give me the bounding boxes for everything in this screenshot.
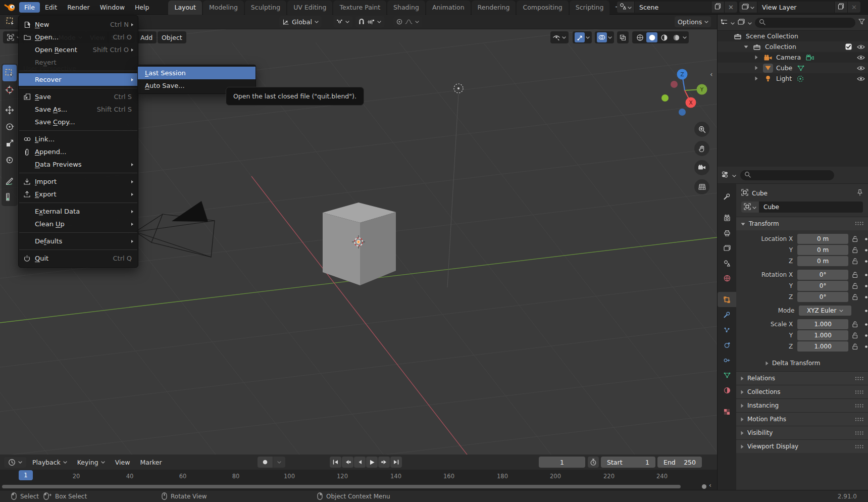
- menubar-item-help[interactable]: Help: [130, 2, 155, 13]
- menubar-item-render[interactable]: Render: [62, 2, 95, 13]
- properties-tab-scene[interactable]: [718, 256, 736, 271]
- menu-item-new[interactable]: New Ctrl N: [19, 18, 138, 31]
- view-layer-name-field[interactable]: View Layer: [757, 2, 834, 13]
- scrollbar-end-dot[interactable]: [702, 484, 706, 489]
- menu-item-external-data[interactable]: External Data: [19, 205, 138, 218]
- workspace-tab-animation[interactable]: Animation: [426, 1, 471, 15]
- region-collapse-arrow[interactable]: ‹: [709, 482, 711, 489]
- panel-relations[interactable]: Relations: [736, 371, 868, 385]
- editor-type-properties-icon[interactable]: [722, 171, 728, 179]
- properties-tab-physics[interactable]: [718, 337, 736, 353]
- shading-material-button[interactable]: [658, 32, 670, 42]
- frame-start-field[interactable]: Start1: [601, 457, 655, 468]
- menu-item-save[interactable]: Save Ctrl S: [19, 90, 138, 103]
- expand-arrow-icon[interactable]: [755, 55, 763, 60]
- view-layer-new-button[interactable]: [834, 2, 847, 13]
- menu-item-export[interactable]: Export: [19, 188, 138, 200]
- properties-tab-output[interactable]: [718, 225, 736, 240]
- xray-toggle[interactable]: [617, 31, 629, 43]
- timeline-ruler[interactable]: 204060801001201401601802002202401: [0, 470, 717, 483]
- timeline-menu-keying[interactable]: Keying: [73, 457, 109, 468]
- object-name-field[interactable]: Cube: [759, 202, 863, 213]
- filter-icon[interactable]: [858, 19, 865, 26]
- value-field[interactable]: 0°: [797, 270, 848, 280]
- lock-icon[interactable]: [852, 258, 858, 264]
- properties-tab-particles[interactable]: [718, 322, 736, 337]
- timeline-menu-view[interactable]: View: [111, 457, 134, 468]
- lock-icon[interactable]: [852, 247, 858, 253]
- eye-icon[interactable]: [857, 76, 865, 81]
- key-prev-button[interactable]: [342, 457, 353, 468]
- key-next-button[interactable]: [378, 457, 390, 468]
- properties-tab-constraints[interactable]: [718, 353, 736, 368]
- menubar-item-edit[interactable]: Edit: [40, 2, 62, 13]
- menubar-item-window[interactable]: Window: [95, 2, 130, 13]
- shading-rendered-button[interactable]: [671, 32, 682, 42]
- properties-tab-world[interactable]: [718, 271, 736, 286]
- animate-dot-icon[interactable]: [864, 323, 868, 326]
- animate-dot-icon[interactable]: [864, 248, 868, 252]
- drag-grip-icon[interactable]: [855, 220, 863, 227]
- menu-item-recover[interactable]: Recover: [19, 73, 138, 86]
- data-mesh-icon[interactable]: [797, 65, 804, 71]
- workspace-tab-texture-paint[interactable]: Texture Paint: [333, 1, 386, 15]
- animate-dot-icon[interactable]: [864, 284, 868, 288]
- panel-instancing[interactable]: Instancing: [736, 398, 868, 412]
- transform-orientation-dropdown[interactable]: Global: [279, 16, 322, 27]
- tool-annotate[interactable]: [3, 172, 17, 188]
- animate-dot-icon[interactable]: [864, 295, 868, 299]
- workspace-tab-sculpting[interactable]: Sculpting: [245, 1, 286, 15]
- menu-item-save-copy[interactable]: Save Copy...: [19, 116, 138, 128]
- auto-keying-toggle[interactable]: [258, 457, 273, 468]
- blender-logo-icon[interactable]: [4, 3, 16, 12]
- outliner-row-scene-collection[interactable]: Scene Collection: [718, 31, 868, 41]
- view-layer-remove-button[interactable]: ✕: [847, 2, 860, 13]
- playhead-current-frame[interactable]: 1: [19, 470, 33, 480]
- pin-icon[interactable]: [857, 189, 863, 197]
- eye-icon[interactable]: [857, 44, 865, 49]
- sidebar-collapse-arrow[interactable]: ‹: [710, 70, 713, 78]
- scene-browse-button[interactable]: [617, 2, 635, 13]
- tool-rotate[interactable]: [3, 118, 17, 135]
- frame-end-field[interactable]: End250: [657, 457, 702, 468]
- value-field[interactable]: 1.000: [797, 341, 848, 352]
- object-browse-button[interactable]: [741, 202, 759, 213]
- tool-select-box[interactable]: [3, 65, 17, 81]
- scene-name-field[interactable]: Scene: [635, 2, 711, 13]
- editor-type-outliner-icon[interactable]: [721, 19, 728, 27]
- workspace-tab-compositing[interactable]: Compositing: [517, 1, 568, 15]
- delta-transform-subpanel[interactable]: Delta Transform: [736, 355, 868, 371]
- editor-type-timeline-button[interactable]: [4, 457, 26, 468]
- scene-new-copy-button[interactable]: [711, 2, 724, 13]
- menu-item-open[interactable]: Open... Ctrl O: [19, 31, 138, 43]
- workspace-tab-shading[interactable]: Shading: [387, 1, 425, 15]
- overlays-toggle[interactable]: [595, 31, 614, 43]
- drag-grip-icon[interactable]: [855, 390, 863, 394]
- pivot-point-dropdown[interactable]: [333, 16, 352, 27]
- lock-icon[interactable]: [852, 283, 858, 289]
- value-field[interactable]: 0 m: [797, 245, 848, 255]
- menu-item-import[interactable]: Import: [19, 175, 138, 188]
- tool-scale[interactable]: [3, 135, 17, 152]
- proportional-editing-controls[interactable]: [393, 16, 422, 27]
- properties-tab-tool[interactable]: [718, 189, 736, 204]
- use-preview-range-button[interactable]: [588, 457, 599, 468]
- lock-icon[interactable]: [852, 236, 858, 242]
- frame-prev-button[interactable]: [354, 457, 366, 468]
- display-mode-icon[interactable]: [738, 19, 745, 26]
- expand-arrow-icon[interactable]: [744, 45, 752, 48]
- workspace-tab-scripting[interactable]: Scripting: [570, 1, 610, 15]
- drag-grip-icon[interactable]: [855, 417, 863, 422]
- expand-arrow-icon[interactable]: [755, 66, 763, 70]
- nav-zoom-button[interactable]: [694, 122, 709, 137]
- tool-move[interactable]: [3, 102, 17, 118]
- menu-item-open-recent[interactable]: Open Recent Shift Ctrl O: [19, 43, 138, 56]
- shading-wireframe-button[interactable]: [634, 32, 645, 42]
- value-field[interactable]: XYZ Euler: [799, 306, 851, 316]
- menu-item-data-previews[interactable]: Data Previews: [19, 158, 138, 171]
- menu-item-link[interactable]: Link...: [19, 133, 138, 145]
- menu-item-append[interactable]: Append...: [19, 145, 138, 158]
- drag-grip-icon[interactable]: [855, 404, 863, 408]
- panel-collections[interactable]: Collections: [736, 385, 868, 398]
- menu-item-defaults[interactable]: Defaults: [19, 235, 138, 247]
